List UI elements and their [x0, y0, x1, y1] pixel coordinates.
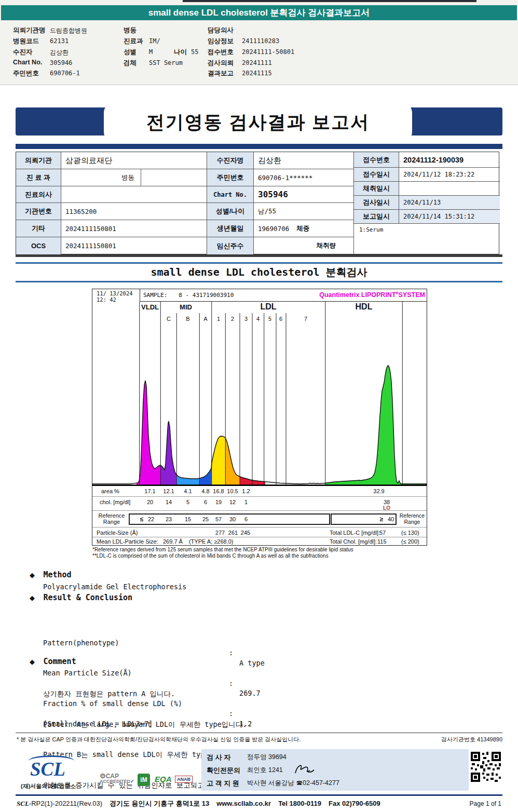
banner-band-thin	[16, 144, 502, 149]
im-cert-logo: iM	[138, 774, 150, 786]
cell-label: 접수번호	[354, 152, 399, 168]
row-label-reference-right: Reference Range	[399, 512, 426, 525]
total-ldl-value: 57	[379, 530, 386, 536]
sample-amount-label: 채취량	[317, 241, 336, 250]
total-chol-ref: (≤ 200)	[401, 538, 419, 545]
sample-label: SAMPLE:	[143, 292, 167, 299]
particle-value: 245	[241, 530, 250, 536]
ref-value: 23	[166, 516, 172, 522]
table-bottom-rule	[16, 254, 502, 257]
report-title: small dense LDL cholesterol 분획검사 검사결과보고서	[148, 7, 370, 19]
staff-row: 확인전문의 최인호 1241	[207, 766, 316, 776]
signature-icon	[292, 763, 316, 776]
field-value: 690706-1	[50, 70, 80, 77]
field-value: 김상환	[50, 48, 69, 57]
particle-value: 277	[215, 530, 225, 536]
field-label: 병원코드	[13, 37, 39, 46]
cell-value: 남/55	[254, 203, 354, 220]
leq-symbol: ≤	[140, 516, 144, 523]
chol-value: 1	[244, 499, 248, 505]
area-value: 12.1	[163, 488, 174, 494]
ref-value: 25	[202, 516, 209, 522]
chol-value: 14	[166, 499, 172, 505]
cell-label: 보고일시	[354, 210, 399, 224]
chol-value: 5	[186, 499, 189, 505]
eqa-cert-logo: EQA	[155, 775, 172, 783]
area-value: 4.8	[201, 488, 209, 494]
cell-label: Chart No.	[207, 186, 254, 203]
cell-value: 305946	[254, 186, 354, 203]
area-value: 4.1	[184, 488, 192, 494]
field-value: 20241115	[242, 70, 272, 77]
cell-label: 의뢰기관	[16, 152, 61, 169]
cell-value: 2024/11/14 15:31:12	[399, 210, 500, 224]
birthdate-value: 19690706	[258, 225, 289, 233]
cell-label: 검사일시	[354, 196, 399, 210]
mean-size-label: Mean LDL-Particle Size:	[97, 538, 158, 545]
footer-rule	[16, 733, 502, 733]
row-label-particle: Particle-Size (Å)	[97, 530, 138, 536]
cell-value: 삼광의료재단	[61, 152, 207, 169]
cell-label: 진 료 과	[16, 169, 61, 186]
field-value: 드림종합병원	[50, 26, 87, 35]
ref-value: 15	[185, 516, 191, 522]
doc-code-rest: -RP2(1)-202211(Rev.03)	[29, 800, 102, 807]
mean-size-type: (TYPE A; ≥268.0)	[189, 538, 234, 545]
field-value: 20241111-50801	[242, 48, 294, 56]
method-text: Polyacrylamide Gel Electrophoresis	[43, 582, 186, 592]
qr-code	[470, 751, 502, 783]
diamond-icon: ◆	[30, 571, 35, 579]
total-ldl-ref: (≤ 130)	[401, 530, 419, 536]
banner-title: 전기영동 검사결과 보고서	[146, 110, 370, 134]
field-label: 결과보고	[208, 69, 234, 78]
row-label-chol: chol. [mg/dl]	[100, 499, 130, 505]
method-heading: Method	[43, 570, 71, 579]
particle-value: 261	[228, 530, 238, 536]
ref-value: 57	[215, 516, 222, 522]
banner-title-box: 전기영동 검사결과 보고서	[104, 103, 412, 141]
result-row: Mean Particle Size(Å) : 269.7	[43, 658, 334, 669]
staff-panel: 검 사 자 정두영 39694 확인전문의 최인호 1241 고 객 지 원 박…	[201, 749, 469, 791]
method-section: ◆ Method	[30, 570, 72, 579]
section-title: small dense LDL cholesterol 분획검사	[0, 265, 518, 279]
chol-value: 6	[204, 499, 207, 505]
cell-value	[61, 186, 207, 203]
ref-value: 30	[229, 516, 236, 522]
area-value: 10.5	[227, 488, 238, 494]
staff-row: 검 사 자 정두영 39694	[207, 753, 287, 762]
cell-label: 생년월일	[207, 220, 254, 237]
report-page: small dense LDL cholesterol 분획검사 검사결과보고서…	[0, 0, 518, 812]
field-value: 20241111	[242, 59, 272, 66]
field-value: 55	[191, 48, 198, 56]
website: www.scllab.co.kr	[216, 800, 271, 807]
band-lines	[140, 302, 403, 485]
row-label-area: area %	[101, 488, 119, 494]
field-label: 나이	[174, 48, 187, 57]
address: 경기도 용인시 기흥구 흥덕1로 13	[110, 799, 209, 808]
field-label: 성별	[124, 48, 137, 57]
brand-text: Quantimetrix LIPOPRINTRSYSTEM	[319, 291, 425, 299]
cell-label: 접수일시	[354, 168, 399, 182]
reference-box-hdl	[331, 513, 397, 525]
cell-value: 채취량	[254, 237, 354, 254]
total-ldl-label: Total LDL-C [mg/dl]:	[330, 530, 380, 536]
field-label: 주민번호	[13, 69, 39, 78]
cell-value: 김상환	[254, 152, 354, 169]
sample-value: 8 - 431719003910	[179, 292, 234, 299]
comment-heading: Comment	[43, 657, 76, 666]
patient-info-table: 의뢰기관 삼광의료재단 진 료 과 병동 진료의사 기관번호 11365200 …	[16, 152, 499, 254]
comment-section: ◆ Comment	[30, 657, 76, 666]
cell-value: 병동	[61, 169, 141, 186]
result-section: ◆ Result & Conclusion	[30, 593, 132, 602]
row-separator	[92, 510, 427, 511]
cell-value	[399, 182, 500, 196]
field-value: 2411110283	[242, 37, 279, 45]
scl-logo-subtitle: (재)서울의과학연구소	[21, 782, 76, 790]
cell-label: 수진자명	[207, 152, 254, 169]
total-chol-label: Total Chol. [mg/dl]:	[330, 538, 377, 545]
electrophoresis-plot	[92, 302, 427, 485]
cell-value: 2024111150801	[61, 220, 207, 237]
page-number: Page 1 of 1	[470, 800, 501, 807]
field-value: IM/	[149, 37, 160, 45]
lipoprint-chart: 11/ 13/2024 12: 42 SAMPLE: 8 - 431719003…	[92, 289, 427, 546]
